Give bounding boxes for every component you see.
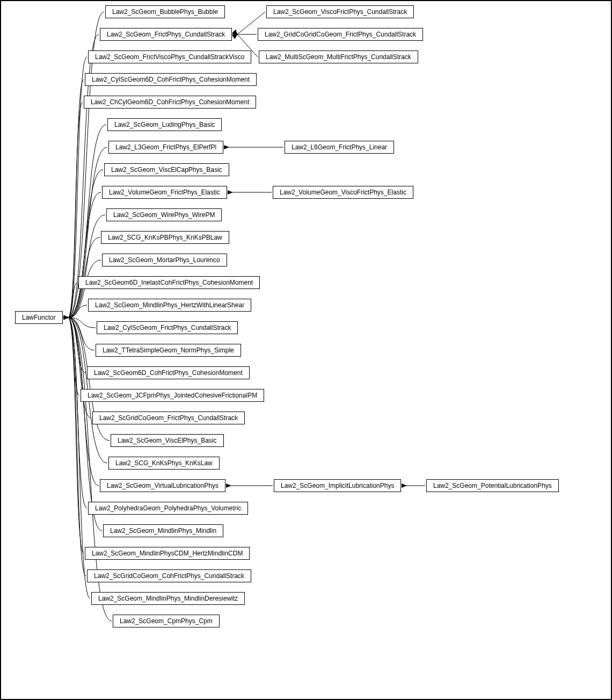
class-node[interactable]: Law2_ScGeom_LudingPhys_Basic [107, 118, 222, 131]
class-node[interactable]: Law2_ScGeom_FrictViscoPhys_CundallStrack… [88, 50, 251, 63]
class-node[interactable]: Law2_L6Geom_FrictPhys_Linear [285, 141, 394, 154]
class-node[interactable]: Law2_ChCylGeom6D_CohFrictPhys_CohesionMo… [84, 96, 256, 109]
class-node[interactable]: Law2_ScGridCoGeom_CohFrictPhys_CundallSt… [87, 569, 251, 582]
class-node[interactable]: Law2_ScGeom_WirePhys_WirePM [106, 208, 222, 221]
class-node[interactable]: Law2_ScGeom6D_CohFrictPhys_CohesionMomen… [87, 366, 250, 379]
class-node[interactable]: Law2_ScGeom_BubblePhys_Bubble [105, 5, 225, 18]
class-node[interactable]: Law2_ScGeom_MindlinPhys_MindlinDeresiewi… [91, 592, 245, 605]
class-node[interactable]: Law2_ScGeom_FrictPhys_CundallStrack [100, 28, 232, 41]
class-node[interactable]: Law2_CylScGeom_FrictPhys_CundallStrack [97, 321, 238, 334]
class-node[interactable]: Law2_ScGeom_ViscElPhys_Basic [111, 434, 224, 447]
class-node[interactable]: Law2_SCG_KnKsPhys_KnKsLaw [108, 457, 220, 470]
class-node[interactable]: Law2_ScGeom_VirtualLubricationPhys [100, 479, 225, 492]
class-node[interactable]: Law2_TTetraSimpleGeom_NormPhys_Simple [96, 344, 241, 357]
class-node[interactable]: Law2_ScGeom_CpmPhys_Cpm [113, 615, 220, 627]
class-node[interactable]: Law2_ScGeom6D_InelastCohFrictPhys_Cohesi… [78, 276, 260, 289]
class-node[interactable]: Law2_ScGridCoGeom_FrictPhys_CundallStrac… [92, 412, 245, 424]
diagram-frame: LawFunctorLaw2_ScGeom_BubblePhys_BubbleL… [0, 0, 612, 700]
class-node[interactable]: Law2_SCG_KnKsPBPhys_KnKsPBLaw [101, 231, 229, 244]
class-node[interactable]: Law2_ScGeom_PotentialLubricationPhys [426, 479, 559, 492]
class-node[interactable]: Law2_ScGeom_JCFpmPhys_JointedCohesiveFri… [81, 389, 264, 402]
class-node[interactable]: Law2_ScGeom_MindlinPhys_Mindlin [103, 524, 223, 537]
class-node[interactable]: Law2_L3Geom_FrictPhys_ElPerfPl [108, 141, 223, 154]
class-node[interactable]: Law2_VolumeGeom_FrictPhys_Elastic [102, 186, 227, 199]
class-node[interactable]: Law2_VolumeGeom_ViscoFrictPhys_Elastic [273, 186, 413, 199]
class-node[interactable]: Law2_ScGeom_ImplicitLubricationPhys [274, 479, 401, 492]
class-node[interactable]: Law2_ScGeom_MindlinPhysCDM_HertzMindlinC… [85, 547, 250, 560]
class-node[interactable]: Law2_ScGeom_MindlinPhys_HertzWithLinearS… [88, 299, 251, 312]
class-node[interactable]: Law2_ScGeom_MortarPhys_Lourenco [102, 254, 227, 266]
class-node[interactable]: Law2_CylScGeom6D_CohFrictPhys_CohesionMo… [85, 73, 257, 86]
class-node[interactable]: LawFunctor [15, 311, 63, 324]
class-node[interactable]: Law2_MultiScGeom_MultiFrictPhys_CundallS… [259, 50, 418, 63]
class-node[interactable]: Law2_ScGeom_ViscoFrictPhys_CundallStrack [266, 5, 414, 18]
class-node[interactable]: Law2_GridCoGridCoGeom_FrictPhys_CundallS… [258, 28, 423, 41]
class-node[interactable]: Law2_PolyhedraGeom_PolyhedraPhys_Volumet… [88, 502, 248, 515]
class-node[interactable]: Law2_ScGeom_ViscElCapPhys_Basic [104, 163, 229, 176]
